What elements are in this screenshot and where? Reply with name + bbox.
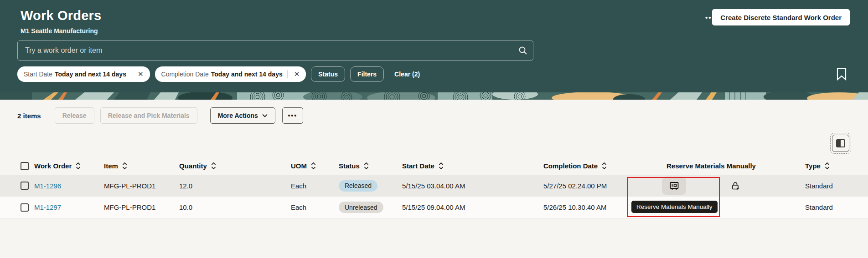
close-icon[interactable]: ✕ — [291, 70, 303, 78]
status-filter-button[interactable]: Status — [311, 66, 345, 82]
sort-icon[interactable] — [211, 162, 216, 170]
bookmark-icon[interactable] — [836, 67, 848, 81]
chip-divider — [287, 70, 288, 78]
row-checkbox[interactable] — [21, 197, 29, 218]
table-row: M1-1297 MFG-PL-PROD1 10.0 Each Unrelease… — [0, 197, 868, 218]
chevron-down-icon — [262, 114, 268, 117]
sort-icon[interactable] — [311, 162, 316, 170]
create-work-order-button[interactable]: Create Discrete Standard Work Order — [712, 9, 850, 25]
table-header-row: Work Order Item Quantity UOM Status Star… — [0, 157, 868, 175]
search-input[interactable] — [18, 41, 513, 60]
search-box — [17, 40, 533, 61]
items-count: 2 items — [17, 112, 41, 120]
column-header-work-order[interactable]: Work Order — [34, 157, 81, 175]
page-title: Work Orders — [21, 8, 101, 23]
status-badge: Unreleased — [339, 202, 383, 213]
completion-date-cell: 5/26/25 10.30.40 AM — [543, 197, 606, 218]
ellipsis-icon: ••• — [288, 112, 297, 119]
lock-edit-icon[interactable] — [731, 175, 739, 197]
sort-icon[interactable] — [439, 162, 444, 170]
release-button[interactable]: Release — [55, 107, 94, 124]
sort-icon[interactable] — [76, 162, 81, 170]
work-orders-table: Work Order Item Quantity UOM Status Star… — [0, 157, 868, 218]
more-actions-button[interactable]: More Actions — [210, 107, 275, 124]
organization-subtitle: M1 Seattle Manufacturing — [21, 27, 98, 35]
type-cell: Standard — [805, 197, 833, 218]
row-checkbox[interactable] — [21, 175, 29, 197]
column-header-uom[interactable]: UOM — [291, 157, 316, 175]
chip-label: Start Date — [24, 71, 52, 78]
toolbar-overflow-menu-button[interactable]: ••• — [282, 107, 303, 124]
column-header-reserve-materials-manually: Reserve Materials Manually — [666, 157, 756, 175]
sort-icon[interactable] — [602, 162, 607, 170]
item-cell: MFG-PL-PROD1 — [104, 197, 155, 218]
chip-value: Today and next 14 days — [211, 71, 283, 78]
column-header-type[interactable]: Type — [805, 157, 830, 175]
type-cell: Standard — [805, 175, 833, 197]
item-cell: MFG-PL-PROD1 — [104, 175, 155, 197]
quantity-cell: 10.0 — [179, 197, 192, 218]
work-order-link[interactable]: M1-1296 — [34, 182, 61, 190]
status-badge: Released — [339, 180, 377, 192]
chip-label: Completion Date — [161, 71, 209, 78]
filter-chip-completion-date[interactable]: Completion Date Today and next 14 days ✕ — [155, 66, 306, 82]
work-orders-page: Work Orders M1 Seattle Manufacturing •••… — [0, 0, 868, 258]
select-all-checkbox[interactable] — [21, 157, 29, 175]
work-order-link[interactable]: M1-1297 — [34, 203, 61, 211]
close-icon[interactable]: ✕ — [135, 70, 146, 78]
uom-cell: Each — [291, 175, 306, 197]
chip-value: Today and next 14 days — [55, 71, 126, 78]
sort-icon[interactable] — [364, 162, 369, 170]
uom-cell: Each — [291, 197, 306, 218]
quantity-cell: 12.0 — [179, 175, 192, 197]
reserve-safe-icon — [669, 181, 679, 191]
filter-chips-row: Start Date Today and next 14 days ✕ Comp… — [17, 66, 420, 82]
column-header-quantity[interactable]: Quantity — [179, 157, 216, 175]
table-toolbar: 2 items Release Release and Pick Materia… — [17, 107, 303, 124]
table-row: M1-1296 MFG-PL-PROD1 12.0 Each Released … — [0, 175, 868, 197]
column-header-item[interactable]: Item — [104, 157, 127, 175]
panel-toggle-focus-ring — [830, 133, 851, 154]
search-icon[interactable] — [513, 41, 533, 60]
decorative-pattern-band — [0, 92, 868, 100]
sort-icon[interactable] — [122, 162, 127, 170]
chip-divider — [131, 70, 131, 78]
clear-filters-link[interactable]: Clear (2) — [394, 71, 420, 78]
start-date-cell: 5/15/25 03.04.00 AM — [402, 175, 465, 197]
reserve-materials-tooltip: Reserve Materials Manually — [631, 201, 718, 213]
filters-button[interactable]: Filters — [350, 66, 384, 82]
completion-date-cell: 5/27/25 02.24.00 PM — [543, 175, 607, 197]
column-header-completion-date[interactable]: Completion Date — [543, 157, 607, 175]
more-actions-label: More Actions — [218, 112, 258, 119]
page-header: Work Orders M1 Seattle Manufacturing •••… — [0, 0, 868, 92]
column-header-start-date[interactable]: Start Date — [402, 157, 444, 175]
release-and-pick-materials-button[interactable]: Release and Pick Materials — [100, 107, 197, 124]
filter-chip-start-date[interactable]: Start Date Today and next 14 days ✕ — [17, 66, 150, 82]
column-header-status[interactable]: Status — [339, 157, 369, 175]
reserve-materials-manually-button[interactable] — [662, 177, 686, 195]
split-view-toggle-button[interactable] — [832, 135, 849, 152]
start-date-cell: 5/15/25 09.04.00 AM — [402, 197, 465, 218]
sort-icon[interactable] — [825, 162, 830, 170]
split-panel-icon — [836, 139, 845, 147]
